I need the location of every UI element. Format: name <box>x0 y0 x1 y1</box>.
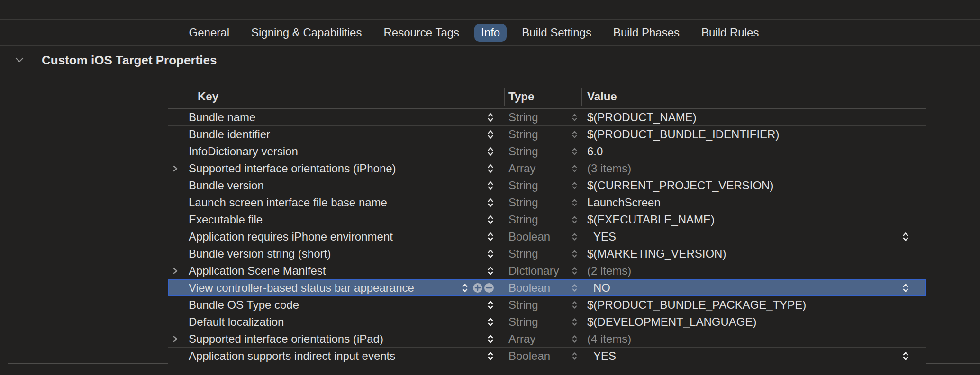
type-popup-updown-icon[interactable] <box>571 249 578 259</box>
key-popup-updown-icon[interactable] <box>487 180 494 191</box>
type-label[interactable]: String <box>508 316 538 328</box>
disclosure-triangle-icon[interactable] <box>172 164 178 173</box>
key-label[interactable]: Launch screen interface file base name <box>189 197 387 208</box>
table-row[interactable]: Supported interface orientations (iPhone… <box>168 160 926 177</box>
remove-row-icon[interactable] <box>484 283 494 293</box>
value-label[interactable]: $(PRODUCT_BUNDLE_PACKAGE_TYPE) <box>587 299 806 311</box>
key-popup-updown-icon[interactable] <box>487 265 494 277</box>
table-row[interactable]: Application supports indirect input even… <box>168 348 926 365</box>
type-popup-updown-icon[interactable] <box>571 180 578 191</box>
value-popup-updown-icon[interactable] <box>902 350 909 362</box>
table-row[interactable]: Bundle identifier String $(PRODUCT_BUNDL… <box>168 126 926 143</box>
type-label[interactable]: String <box>508 248 538 259</box>
type-label[interactable]: String <box>508 129 538 140</box>
value-label[interactable]: $(EXECUTABLE_NAME) <box>587 214 715 225</box>
value-label[interactable]: $(DEVELOPMENT_LANGUAGE) <box>587 316 756 328</box>
key-label[interactable]: View controller-based status bar appeara… <box>189 282 414 294</box>
key-label[interactable]: Bundle version string (short) <box>189 248 331 259</box>
key-popup-updown-icon[interactable] <box>487 163 494 174</box>
key-popup-updown-icon[interactable] <box>487 350 494 362</box>
table-row[interactable]: Bundle version String $(CURRENT_PROJECT_… <box>168 177 926 194</box>
value-popup-updown-icon[interactable] <box>902 282 909 294</box>
type-popup-updown-icon[interactable] <box>571 351 578 361</box>
value-label[interactable]: 6.0 <box>587 146 603 157</box>
key-popup-updown-icon[interactable] <box>487 316 494 328</box>
disclosure-triangle-icon[interactable] <box>172 267 178 275</box>
value-label[interactable]: $(PRODUCT_BUNDLE_IDENTIFIER) <box>587 129 779 140</box>
type-label[interactable]: Boolean <box>508 350 550 362</box>
value-popup-updown-icon[interactable] <box>902 231 909 242</box>
table-row[interactable]: Application requires iPhone environment … <box>168 228 926 245</box>
table-row[interactable]: Executable file String $(EXECUTABLE_NAME… <box>168 211 926 228</box>
key-label[interactable]: Application Scene Manifest <box>189 265 326 277</box>
type-label[interactable]: String <box>508 146 538 157</box>
table-row[interactable]: InfoDictionary version String 6.0 <box>168 143 926 160</box>
value-label[interactable]: $(PRODUCT_NAME) <box>587 112 697 123</box>
tab-build-settings[interactable]: Build Settings <box>515 24 598 42</box>
table-row[interactable]: Launch screen interface file base name S… <box>168 194 926 211</box>
type-label[interactable]: Array <box>508 333 535 345</box>
table-row[interactable]: Bundle version string (short) String $(M… <box>168 245 926 262</box>
type-popup-updown-icon[interactable] <box>571 197 578 208</box>
table-row[interactable]: Supported interface orientations (iPad) … <box>168 330 926 348</box>
table-row[interactable]: Default localization String $(DEVELOPMEN… <box>168 313 926 330</box>
tab-build-rules[interactable]: Build Rules <box>695 24 765 42</box>
type-popup-updown-icon[interactable] <box>571 232 578 242</box>
type-label[interactable]: Dictionary <box>508 265 559 277</box>
key-label[interactable]: Application supports indirect input even… <box>189 350 395 362</box>
type-label[interactable]: Boolean <box>508 282 550 294</box>
value-label[interactable]: (4 items) <box>587 333 631 345</box>
add-row-icon[interactable] <box>472 283 483 293</box>
key-popup-updown-icon[interactable] <box>487 231 494 242</box>
type-popup-updown-icon[interactable] <box>571 317 578 327</box>
key-popup-updown-icon[interactable] <box>487 214 494 225</box>
key-popup-updown-icon[interactable] <box>487 299 494 311</box>
tab-general[interactable]: General <box>182 24 236 42</box>
value-label[interactable]: $(MARKETING_VERSION) <box>587 248 726 259</box>
tab-build-phases[interactable]: Build Phases <box>607 24 686 42</box>
type-popup-updown-icon[interactable] <box>571 283 578 293</box>
key-label[interactable]: InfoDictionary version <box>189 146 298 157</box>
tab-resource-tags[interactable]: Resource Tags <box>377 24 466 42</box>
key-popup-updown-icon[interactable] <box>461 282 469 294</box>
type-popup-updown-icon[interactable] <box>571 266 578 276</box>
tab-signing-capabilities[interactable]: Signing & Capabilities <box>245 24 368 42</box>
chevron-down-icon[interactable] <box>14 57 25 63</box>
type-label[interactable]: String <box>508 214 538 225</box>
value-label[interactable]: LaunchScreen <box>587 197 661 208</box>
disclosure-triangle-icon[interactable] <box>172 335 178 343</box>
type-label[interactable]: String <box>508 299 538 311</box>
key-label[interactable]: Default localization <box>189 316 284 328</box>
key-label[interactable]: Application requires iPhone environment <box>189 231 393 242</box>
key-popup-updown-icon[interactable] <box>487 112 494 123</box>
key-label[interactable]: Bundle identifier <box>189 129 270 140</box>
key-label[interactable]: Executable file <box>189 214 263 225</box>
type-popup-updown-icon[interactable] <box>571 146 578 157</box>
key-popup-updown-icon[interactable] <box>487 248 494 259</box>
type-label[interactable]: String <box>508 112 538 123</box>
type-label[interactable]: String <box>508 180 538 191</box>
type-label[interactable]: Array <box>508 163 535 174</box>
type-popup-updown-icon[interactable] <box>571 214 578 225</box>
key-popup-updown-icon[interactable] <box>487 146 494 157</box>
key-label[interactable]: Supported interface orientations (iPhone… <box>189 163 396 174</box>
type-popup-updown-icon[interactable] <box>571 112 578 123</box>
value-label[interactable]: $(CURRENT_PROJECT_VERSION) <box>587 180 773 191</box>
key-label[interactable]: Bundle OS Type code <box>189 299 299 311</box>
key-label[interactable]: Bundle name <box>189 112 255 123</box>
key-label[interactable]: Bundle version <box>189 180 264 191</box>
type-popup-updown-icon[interactable] <box>571 129 578 140</box>
key-label[interactable]: Supported interface orientations (iPad) <box>189 333 383 345</box>
type-popup-updown-icon[interactable] <box>571 300 578 310</box>
key-popup-updown-icon[interactable] <box>487 129 494 140</box>
value-label[interactable]: NO <box>593 282 610 294</box>
value-label[interactable]: (3 items) <box>587 163 631 174</box>
value-label[interactable]: (2 items) <box>587 265 631 277</box>
type-popup-updown-icon[interactable] <box>571 334 578 344</box>
table-row[interactable]: Bundle OS Type code String $(PRODUCT_BUN… <box>168 296 926 313</box>
table-row[interactable]: Application Scene Manifest Dictionary (2… <box>168 262 926 279</box>
table-row[interactable]: View controller-based status bar appeara… <box>168 279 926 296</box>
tab-info[interactable]: Info <box>474 24 507 42</box>
value-label[interactable]: YES <box>593 350 616 362</box>
table-row[interactable]: Bundle name String $(PRODUCT_NAME) <box>168 109 926 126</box>
